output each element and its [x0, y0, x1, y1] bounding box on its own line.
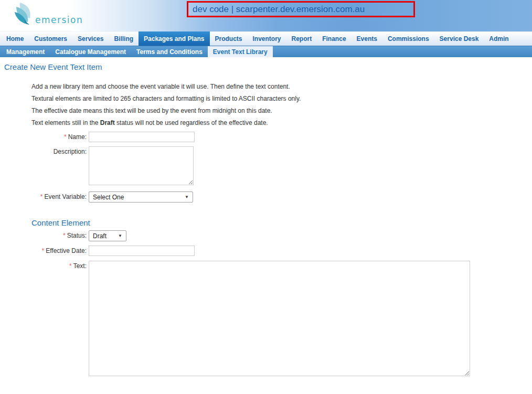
intro-line-3: The effective date means this text will … — [31, 107, 532, 114]
logo-wordmark: emersion — [35, 15, 83, 25]
nav-item-customers[interactable]: Customers — [29, 32, 72, 46]
main-content: Create New Event Text Item Add a new lib… — [0, 62, 532, 378]
description-textarea[interactable] — [89, 146, 194, 185]
emersion-leaf-icon — [14, 2, 34, 28]
nav-item-products[interactable]: Products — [210, 32, 248, 46]
dropdown-arrow-icon: ▼ — [185, 195, 189, 199]
intro-text: Add a new library item and choose the ev… — [31, 83, 532, 126]
nav-item-billing[interactable]: Billing — [109, 32, 139, 46]
subnav-item-management[interactable]: Management — [1, 46, 50, 57]
nav-item-commissions[interactable]: Commissions — [382, 32, 434, 46]
nav-item-admin[interactable]: Admin — [484, 32, 514, 46]
text-label: *Text: — [0, 261, 87, 270]
intro-line-4: Text elements still in the Draft status … — [31, 119, 532, 126]
effective-date-input[interactable] — [89, 246, 195, 256]
dev-environment-label: dev code | scarpenter.dev.emersion.com.a… — [193, 4, 365, 15]
intro-line-2: Textural elements are limited to 265 cha… — [31, 95, 532, 102]
name-input[interactable] — [89, 132, 195, 142]
event-variable-label: *Event Variable: — [0, 191, 87, 200]
nav-item-home[interactable]: Home — [1, 32, 29, 46]
name-row: *Name: — [0, 132, 532, 142]
event-variable-selected-value: Select One — [93, 194, 124, 201]
page-title: Create New Event Text Item — [4, 62, 532, 71]
text-textarea[interactable] — [89, 261, 470, 376]
status-row: *Status: Draft ▼ — [0, 230, 532, 241]
intro-line-4-draft-word: Draft — [100, 119, 115, 126]
required-marker: * — [40, 193, 43, 200]
event-variable-select[interactable]: Select One ▼ — [89, 191, 193, 203]
subnav-item-catalogue-management[interactable]: Catalogue Management — [50, 46, 131, 57]
emersion-logo: emersion — [14, 2, 83, 28]
nav-item-events[interactable]: Events — [352, 32, 382, 46]
text-row: *Text: — [0, 261, 532, 378]
nav-item-inventory[interactable]: Inventory — [248, 32, 286, 46]
event-text-form: *Name: Description: *Event Variable: Sel… — [0, 132, 532, 378]
status-select[interactable]: Draft ▼ — [89, 230, 126, 241]
nav-item-finance[interactable]: Finance — [317, 32, 351, 46]
description-row: Description: — [0, 146, 532, 187]
nav-item-packages-and-plans[interactable]: Packages and Plans — [139, 31, 209, 46]
main-nav: Home Customers Services Billing Packages… — [0, 31, 532, 46]
intro-line-4-suffix: status will not be used regardless of th… — [115, 119, 268, 126]
required-marker: * — [63, 232, 66, 239]
intro-line-4-prefix: Text elements still in the — [31, 119, 100, 126]
status-label: *Status: — [0, 230, 87, 239]
nav-item-report[interactable]: Report — [286, 32, 317, 46]
effective-date-label: *Effective Date: — [0, 246, 87, 254]
subnav-item-event-text-library[interactable]: Event Text Library — [208, 46, 273, 57]
subnav-item-terms-and-conditions[interactable]: Terms and Conditions — [131, 46, 208, 57]
dropdown-arrow-icon: ▼ — [118, 233, 122, 238]
intro-line-1: Add a new library item and choose the ev… — [31, 83, 532, 90]
effective-date-row: *Effective Date: — [0, 246, 532, 256]
header: emersion dev code | scarpenter.dev.emers… — [0, 0, 532, 31]
description-label: Description: — [0, 146, 87, 155]
content-element-section-title: Content Element — [31, 218, 532, 227]
dev-environment-banner: dev code | scarpenter.dev.emersion.com.a… — [187, 1, 415, 17]
status-selected-value: Draft — [93, 232, 107, 240]
required-marker: * — [69, 262, 72, 270]
required-marker: * — [42, 247, 45, 254]
required-marker: * — [64, 133, 67, 141]
nav-item-services[interactable]: Services — [72, 32, 109, 46]
sub-nav: Management Catalogue Management Terms an… — [0, 46, 532, 57]
event-variable-row: *Event Variable: Select One ▼ — [0, 191, 532, 203]
name-label: *Name: — [0, 132, 87, 141]
nav-item-service-desk[interactable]: Service Desk — [434, 32, 484, 46]
